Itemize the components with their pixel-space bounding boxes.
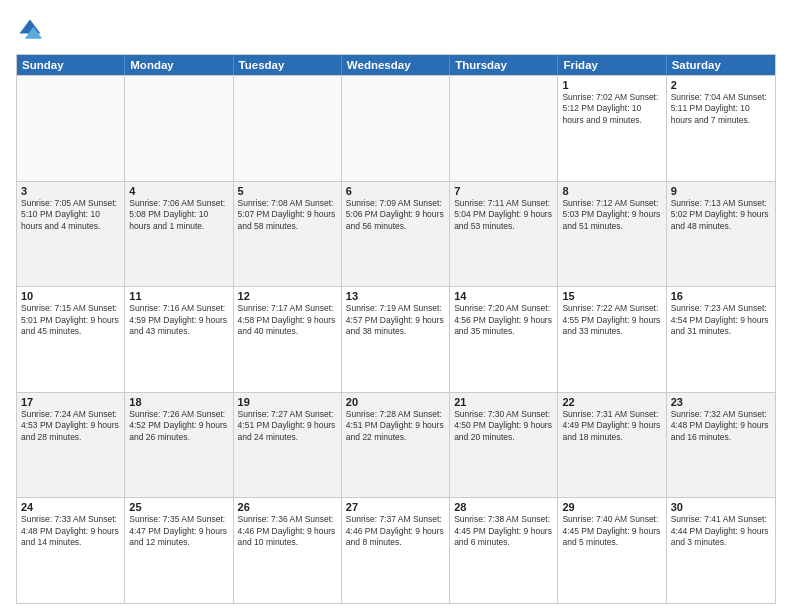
- day-number: 25: [129, 501, 228, 513]
- calendar-cell: 28Sunrise: 7:38 AM Sunset: 4:45 PM Dayli…: [450, 498, 558, 603]
- calendar-cell: [17, 76, 125, 181]
- cell-info: Sunrise: 7:36 AM Sunset: 4:46 PM Dayligh…: [238, 514, 337, 548]
- calendar-row: 3Sunrise: 7:05 AM Sunset: 5:10 PM Daylig…: [17, 181, 775, 287]
- calendar-cell: 5Sunrise: 7:08 AM Sunset: 5:07 PM Daylig…: [234, 182, 342, 287]
- logo-icon: [16, 16, 44, 44]
- calendar-header-row: SundayMondayTuesdayWednesdayThursdayFrid…: [17, 55, 775, 75]
- cell-info: Sunrise: 7:09 AM Sunset: 5:06 PM Dayligh…: [346, 198, 445, 232]
- calendar-cell: 14Sunrise: 7:20 AM Sunset: 4:56 PM Dayli…: [450, 287, 558, 392]
- calendar-cell: 19Sunrise: 7:27 AM Sunset: 4:51 PM Dayli…: [234, 393, 342, 498]
- calendar-cell: [234, 76, 342, 181]
- cell-info: Sunrise: 7:27 AM Sunset: 4:51 PM Dayligh…: [238, 409, 337, 443]
- calendar-header-cell: Monday: [125, 55, 233, 75]
- calendar-cell: 29Sunrise: 7:40 AM Sunset: 4:45 PM Dayli…: [558, 498, 666, 603]
- calendar-row: 1Sunrise: 7:02 AM Sunset: 5:12 PM Daylig…: [17, 75, 775, 181]
- calendar-cell: 1Sunrise: 7:02 AM Sunset: 5:12 PM Daylig…: [558, 76, 666, 181]
- day-number: 9: [671, 185, 771, 197]
- cell-info: Sunrise: 7:19 AM Sunset: 4:57 PM Dayligh…: [346, 303, 445, 337]
- calendar-cell: [125, 76, 233, 181]
- cell-info: Sunrise: 7:28 AM Sunset: 4:51 PM Dayligh…: [346, 409, 445, 443]
- day-number: 28: [454, 501, 553, 513]
- calendar-cell: 16Sunrise: 7:23 AM Sunset: 4:54 PM Dayli…: [667, 287, 775, 392]
- calendar-cell: 26Sunrise: 7:36 AM Sunset: 4:46 PM Dayli…: [234, 498, 342, 603]
- cell-info: Sunrise: 7:22 AM Sunset: 4:55 PM Dayligh…: [562, 303, 661, 337]
- calendar-cell: 22Sunrise: 7:31 AM Sunset: 4:49 PM Dayli…: [558, 393, 666, 498]
- day-number: 21: [454, 396, 553, 408]
- day-number: 10: [21, 290, 120, 302]
- cell-info: Sunrise: 7:35 AM Sunset: 4:47 PM Dayligh…: [129, 514, 228, 548]
- day-number: 24: [21, 501, 120, 513]
- calendar-cell: 10Sunrise: 7:15 AM Sunset: 5:01 PM Dayli…: [17, 287, 125, 392]
- page-header: [16, 16, 776, 44]
- calendar-header-cell: Tuesday: [234, 55, 342, 75]
- cell-info: Sunrise: 7:31 AM Sunset: 4:49 PM Dayligh…: [562, 409, 661, 443]
- cell-info: Sunrise: 7:12 AM Sunset: 5:03 PM Dayligh…: [562, 198, 661, 232]
- cell-info: Sunrise: 7:15 AM Sunset: 5:01 PM Dayligh…: [21, 303, 120, 337]
- calendar-cell: 11Sunrise: 7:16 AM Sunset: 4:59 PM Dayli…: [125, 287, 233, 392]
- cell-info: Sunrise: 7:13 AM Sunset: 5:02 PM Dayligh…: [671, 198, 771, 232]
- day-number: 30: [671, 501, 771, 513]
- calendar-cell: 2Sunrise: 7:04 AM Sunset: 5:11 PM Daylig…: [667, 76, 775, 181]
- calendar-cell: 9Sunrise: 7:13 AM Sunset: 5:02 PM Daylig…: [667, 182, 775, 287]
- cell-info: Sunrise: 7:11 AM Sunset: 5:04 PM Dayligh…: [454, 198, 553, 232]
- day-number: 5: [238, 185, 337, 197]
- calendar-cell: 6Sunrise: 7:09 AM Sunset: 5:06 PM Daylig…: [342, 182, 450, 287]
- day-number: 14: [454, 290, 553, 302]
- calendar-cell: [450, 76, 558, 181]
- logo: [16, 16, 48, 44]
- day-number: 2: [671, 79, 771, 91]
- cell-info: Sunrise: 7:17 AM Sunset: 4:58 PM Dayligh…: [238, 303, 337, 337]
- day-number: 11: [129, 290, 228, 302]
- cell-info: Sunrise: 7:05 AM Sunset: 5:10 PM Dayligh…: [21, 198, 120, 232]
- day-number: 26: [238, 501, 337, 513]
- cell-info: Sunrise: 7:41 AM Sunset: 4:44 PM Dayligh…: [671, 514, 771, 548]
- calendar-cell: 17Sunrise: 7:24 AM Sunset: 4:53 PM Dayli…: [17, 393, 125, 498]
- day-number: 29: [562, 501, 661, 513]
- calendar-header-cell: Wednesday: [342, 55, 450, 75]
- cell-info: Sunrise: 7:32 AM Sunset: 4:48 PM Dayligh…: [671, 409, 771, 443]
- calendar-cell: 13Sunrise: 7:19 AM Sunset: 4:57 PM Dayli…: [342, 287, 450, 392]
- calendar-header-cell: Thursday: [450, 55, 558, 75]
- calendar-cell: 7Sunrise: 7:11 AM Sunset: 5:04 PM Daylig…: [450, 182, 558, 287]
- cell-info: Sunrise: 7:20 AM Sunset: 4:56 PM Dayligh…: [454, 303, 553, 337]
- day-number: 16: [671, 290, 771, 302]
- cell-info: Sunrise: 7:24 AM Sunset: 4:53 PM Dayligh…: [21, 409, 120, 443]
- day-number: 8: [562, 185, 661, 197]
- day-number: 27: [346, 501, 445, 513]
- calendar-cell: 12Sunrise: 7:17 AM Sunset: 4:58 PM Dayli…: [234, 287, 342, 392]
- calendar-cell: 21Sunrise: 7:30 AM Sunset: 4:50 PM Dayli…: [450, 393, 558, 498]
- calendar: SundayMondayTuesdayWednesdayThursdayFrid…: [16, 54, 776, 604]
- calendar-cell: 3Sunrise: 7:05 AM Sunset: 5:10 PM Daylig…: [17, 182, 125, 287]
- cell-info: Sunrise: 7:33 AM Sunset: 4:48 PM Dayligh…: [21, 514, 120, 548]
- day-number: 7: [454, 185, 553, 197]
- calendar-cell: 4Sunrise: 7:06 AM Sunset: 5:08 PM Daylig…: [125, 182, 233, 287]
- cell-info: Sunrise: 7:06 AM Sunset: 5:08 PM Dayligh…: [129, 198, 228, 232]
- calendar-header-cell: Saturday: [667, 55, 775, 75]
- day-number: 23: [671, 396, 771, 408]
- calendar-cell: 8Sunrise: 7:12 AM Sunset: 5:03 PM Daylig…: [558, 182, 666, 287]
- calendar-cell: [342, 76, 450, 181]
- calendar-cell: 20Sunrise: 7:28 AM Sunset: 4:51 PM Dayli…: [342, 393, 450, 498]
- cell-info: Sunrise: 7:37 AM Sunset: 4:46 PM Dayligh…: [346, 514, 445, 548]
- calendar-cell: 15Sunrise: 7:22 AM Sunset: 4:55 PM Dayli…: [558, 287, 666, 392]
- calendar-cell: 23Sunrise: 7:32 AM Sunset: 4:48 PM Dayli…: [667, 393, 775, 498]
- day-number: 22: [562, 396, 661, 408]
- cell-info: Sunrise: 7:08 AM Sunset: 5:07 PM Dayligh…: [238, 198, 337, 232]
- calendar-cell: 25Sunrise: 7:35 AM Sunset: 4:47 PM Dayli…: [125, 498, 233, 603]
- calendar-cell: 27Sunrise: 7:37 AM Sunset: 4:46 PM Dayli…: [342, 498, 450, 603]
- calendar-row: 17Sunrise: 7:24 AM Sunset: 4:53 PM Dayli…: [17, 392, 775, 498]
- day-number: 6: [346, 185, 445, 197]
- cell-info: Sunrise: 7:23 AM Sunset: 4:54 PM Dayligh…: [671, 303, 771, 337]
- calendar-row: 10Sunrise: 7:15 AM Sunset: 5:01 PM Dayli…: [17, 286, 775, 392]
- cell-info: Sunrise: 7:02 AM Sunset: 5:12 PM Dayligh…: [562, 92, 661, 126]
- cell-info: Sunrise: 7:04 AM Sunset: 5:11 PM Dayligh…: [671, 92, 771, 126]
- day-number: 20: [346, 396, 445, 408]
- calendar-header-cell: Friday: [558, 55, 666, 75]
- day-number: 4: [129, 185, 228, 197]
- day-number: 1: [562, 79, 661, 91]
- day-number: 17: [21, 396, 120, 408]
- cell-info: Sunrise: 7:26 AM Sunset: 4:52 PM Dayligh…: [129, 409, 228, 443]
- day-number: 15: [562, 290, 661, 302]
- calendar-row: 24Sunrise: 7:33 AM Sunset: 4:48 PM Dayli…: [17, 497, 775, 603]
- day-number: 3: [21, 185, 120, 197]
